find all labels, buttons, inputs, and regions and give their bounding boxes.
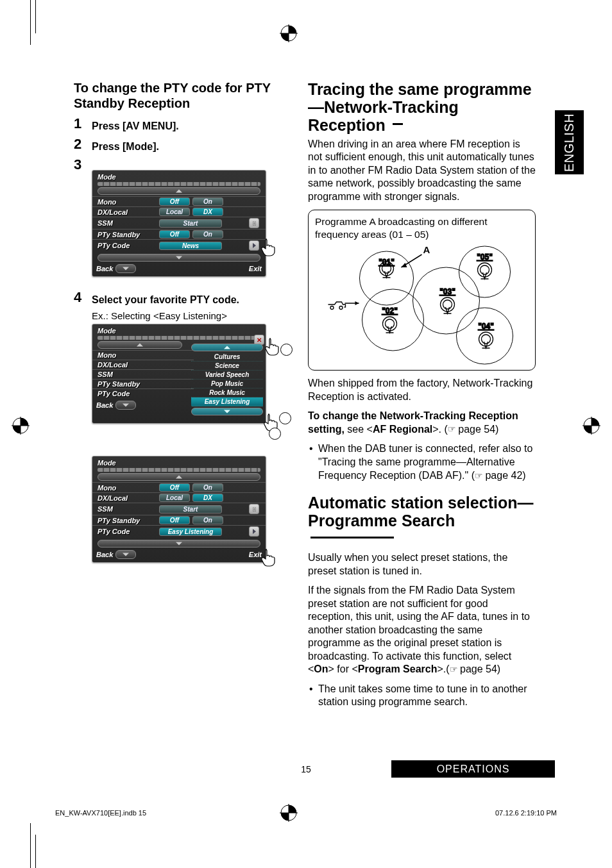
svg-text:"03": "03"	[439, 287, 455, 296]
pty-varied-speech[interactable]: Varied Speech	[191, 371, 263, 380]
callout-2: 2	[279, 412, 291, 424]
callout-1: 1	[269, 428, 281, 440]
para-factory: When shipped from the factory, Network-T…	[308, 377, 536, 403]
scroll-up-button-2[interactable]	[98, 341, 182, 349]
menu-tabstrip	[98, 182, 260, 186]
svg-point-26	[330, 306, 334, 310]
mode-menu-3: Mode Mono Off On DX/Local Local DX SSM S…	[92, 456, 266, 563]
heading-auto-text: Automatic station selection—Programme Se…	[308, 494, 533, 530]
ptystandby-on-option[interactable]: On	[192, 230, 223, 238]
side-scroll-up[interactable]	[191, 344, 263, 351]
ptystandby-off-option-3[interactable]: Off	[159, 516, 190, 524]
back-pill-icon[interactable]	[115, 264, 136, 273]
play-icon-3[interactable]	[249, 526, 259, 537]
para-change-setting: To change the Network-Tracking Reception…	[308, 410, 536, 436]
scroll-up-button-3[interactable]	[98, 473, 260, 481]
svg-text:"01": "01"	[378, 258, 395, 267]
row-ptystandby-label: PTy Standby	[98, 231, 157, 238]
language-tab: ENGLISH	[555, 110, 584, 174]
scroll-down-button[interactable]	[98, 254, 260, 262]
svg-point-6	[413, 267, 480, 334]
svg-marker-25	[402, 263, 407, 267]
row-dxlocal-label-2: DX/Local	[98, 361, 157, 369]
row-ptycode-label: PTy Code	[98, 242, 157, 249]
svg-point-5	[362, 289, 424, 351]
bullet-time: The unit takes some time to tune in to a…	[308, 683, 536, 710]
back-button[interactable]: Back	[96, 265, 113, 272]
exit-button[interactable]: Exit	[249, 265, 262, 272]
print-footer: EN_KW-AVX710[EE].indb 15 07.12.6 2:19:10…	[55, 809, 557, 817]
dxlocal-dx-option[interactable]: DX	[192, 208, 223, 216]
page-ref-icon-3: ☞	[450, 664, 457, 676]
svg-point-8	[457, 308, 513, 364]
scroll-down-button-3[interactable]	[98, 540, 260, 547]
svg-point-14	[386, 319, 395, 328]
svg-point-27	[339, 306, 343, 310]
step-number-3: 3	[74, 157, 85, 172]
svg-text:"04": "04"	[478, 322, 494, 331]
menu-tabstrip-2	[98, 336, 260, 340]
bullet-dab: When the DAB tuner is connected, refer a…	[308, 442, 536, 482]
row-ptystandby-label-2: PTy Standby	[98, 380, 157, 388]
ptycode-easy-option[interactable]: Easy Listening	[159, 528, 222, 536]
svg-marker-28	[355, 301, 359, 305]
scroll-up-button[interactable]	[98, 187, 260, 195]
mono-on-option[interactable]: On	[192, 197, 223, 206]
svg-text:"02": "02"	[382, 306, 398, 315]
network-diagram: "01" "02" "03" "04" "05" A	[315, 243, 529, 365]
antenna-icon-3: ⍐	[249, 504, 259, 514]
svg-text:"05": "05"	[477, 253, 493, 262]
heading-auto: Automatic station selection—Programme Se…	[308, 494, 536, 547]
print-timestamp: 07.12.6 2:19:10 PM	[495, 809, 557, 817]
ptystandby-off-option[interactable]: Off	[159, 230, 190, 238]
menu-tabstrip-3	[98, 468, 260, 472]
row-mono-label-3: Mono	[98, 484, 157, 492]
mono-off-option-3[interactable]: Off	[159, 483, 190, 492]
side-scroll-down[interactable]	[191, 408, 263, 415]
step-text-1: Press [AV MENU].	[92, 116, 179, 134]
svg-point-13	[383, 317, 397, 331]
ptycode-news-option[interactable]: News	[159, 242, 222, 250]
pty-easy-listening[interactable]: Easy Listening	[191, 397, 263, 406]
heading-rule-2	[310, 537, 394, 538]
mono-on-option-3[interactable]: On	[192, 483, 223, 492]
play-icon[interactable]	[249, 240, 259, 251]
page-ref-icon-2: ☞	[475, 470, 482, 481]
dxlocal-dx-option-3[interactable]: DX	[192, 494, 223, 502]
svg-point-20	[482, 335, 491, 344]
dxlocal-local-option[interactable]: Local	[159, 208, 190, 216]
step-number-2: 2	[74, 137, 85, 152]
print-file: EN_KW-AVX710[EE].indb 15	[55, 809, 146, 817]
para-tracing: When driving in an area where FM recepti…	[308, 138, 536, 203]
menu-title-3: Mode	[92, 456, 266, 467]
ptystandby-on-option-3[interactable]: On	[192, 516, 223, 524]
row-dxlocal-label: DX/Local	[98, 208, 157, 216]
para-auto1: Usually when you select preset stations,…	[308, 551, 536, 578]
pty-science[interactable]: Science	[191, 362, 263, 371]
page-ref-icon: ☞	[448, 424, 455, 435]
row-ssm-label-2: SSM	[98, 371, 157, 378]
ssm-start-option-3[interactable]: Start	[159, 505, 222, 513]
para-auto2: If the signals from the FM Radio Data Sy…	[308, 584, 536, 676]
back-pill-icon-3[interactable]	[115, 550, 136, 559]
step-text-2: Press [Mode].	[92, 137, 159, 154]
operations-bar: OPERATIONS	[391, 760, 555, 778]
dxlocal-local-option-3[interactable]: Local	[159, 494, 190, 502]
network-diagram-box: Programme A broadcasting on different fr…	[308, 210, 536, 371]
pty-pop-music[interactable]: Pop Music	[191, 380, 263, 388]
svg-point-19	[479, 332, 493, 346]
diagram-caption: Programme A broadcasting on different fr…	[315, 215, 529, 240]
pty-cultures[interactable]: Cultures	[191, 353, 263, 362]
svg-point-22	[478, 263, 492, 277]
language-tab-label: ENGLISH	[562, 113, 577, 171]
row-ptycode-label-3: PTy Code	[98, 528, 157, 535]
back-button-3[interactable]: Back	[96, 551, 113, 558]
svg-point-2	[13, 418, 28, 433]
row-mono-label: Mono	[98, 198, 157, 206]
back-pill-icon-2[interactable]	[115, 401, 136, 410]
ssm-start-option[interactable]: Start	[159, 219, 222, 228]
back-button-2[interactable]: Back	[96, 401, 113, 409]
callout-3: 3	[280, 344, 293, 356]
pty-rock-music[interactable]: Rock Music	[191, 388, 263, 397]
mono-off-option[interactable]: Off	[159, 197, 190, 206]
